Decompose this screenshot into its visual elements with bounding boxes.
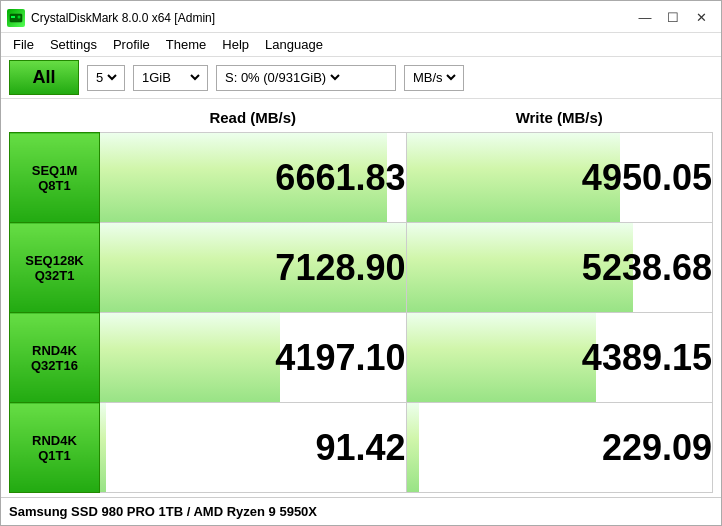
benchmark-table: Read (MB/s) Write (MB/s) SEQ1MQ8T16661.8… [9,103,713,493]
read-number: 4197.10 [275,337,405,378]
label-line2: Q32T1 [35,268,75,283]
menu-language[interactable]: Language [257,35,331,54]
size-dropdown[interactable]: 1GiB 512MiB 2GiB [138,69,203,86]
status-bar: Samsung SSD 980 PRO 1TB / AMD Ryzen 9 59… [1,497,721,525]
header-write: Write (MB/s) [406,103,713,133]
read-value: 4197.10 [100,313,407,403]
window-title: CrystalDiskMark 8.0.0 x64 [Admin] [31,11,215,25]
row-label: RND4KQ32T16 [10,313,100,403]
menu-file[interactable]: File [5,35,42,54]
all-button[interactable]: All [9,60,79,95]
write-value: 5238.68 [406,223,713,313]
row-label: SEQ128KQ32T1 [10,223,100,313]
close-button[interactable]: ✕ [689,8,713,28]
read-number: 6661.83 [275,157,405,198]
label-line1: RND4K [32,343,77,358]
size-select[interactable]: 1GiB 512MiB 2GiB [133,65,208,91]
write-number: 229.09 [602,427,712,468]
minimize-button[interactable]: — [633,8,657,28]
write-value: 229.09 [406,403,713,493]
label-line1: RND4K [32,433,77,448]
read-value: 6661.83 [100,133,407,223]
drive-dropdown[interactable]: S: 0% (0/931GiB) [221,69,343,86]
label-line2: Q8T1 [38,178,71,193]
read-number: 91.42 [315,427,405,468]
header-label [10,103,100,133]
toolbar: All 5 1 3 1GiB 512MiB 2GiB S: 0% (0/931G… [1,57,721,99]
read-number: 7128.90 [275,247,405,288]
header-read: Read (MB/s) [100,103,407,133]
table-row: SEQ1MQ8T16661.834950.05 [10,133,713,223]
title-bar: CrystalDiskMark 8.0.0 x64 [Admin] — ☐ ✕ [1,1,721,33]
write-number: 5238.68 [582,247,712,288]
read-value: 91.42 [100,403,407,493]
write-number: 4389.15 [582,337,712,378]
table-header: Read (MB/s) Write (MB/s) [10,103,713,133]
title-left: CrystalDiskMark 8.0.0 x64 [Admin] [7,9,215,27]
count-dropdown[interactable]: 5 1 3 [92,69,120,86]
row-label: RND4KQ1T1 [10,403,100,493]
table-row: RND4KQ1T191.42229.09 [10,403,713,493]
app-icon [7,9,25,27]
read-value: 7128.90 [100,223,407,313]
svg-point-2 [18,15,21,18]
maximize-button[interactable]: ☐ [661,8,685,28]
svg-rect-1 [11,16,15,18]
label-line2: Q32T16 [31,358,78,373]
unit-dropdown[interactable]: MB/s GB/s [409,69,459,86]
unit-select[interactable]: MB/s GB/s [404,65,464,91]
menu-help[interactable]: Help [214,35,257,54]
menu-profile[interactable]: Profile [105,35,158,54]
label-line2: Q1T1 [38,448,71,463]
main-content: Read (MB/s) Write (MB/s) SEQ1MQ8T16661.8… [1,99,721,497]
menu-theme[interactable]: Theme [158,35,214,54]
label-line1: SEQ128K [25,253,84,268]
drive-select[interactable]: S: 0% (0/931GiB) [216,65,396,91]
table-row: SEQ128KQ32T17128.905238.68 [10,223,713,313]
table-row: RND4KQ32T164197.104389.15 [10,313,713,403]
status-text: Samsung SSD 980 PRO 1TB / AMD Ryzen 9 59… [9,504,317,519]
title-controls: — ☐ ✕ [633,8,713,28]
write-value: 4389.15 [406,313,713,403]
main-window: CrystalDiskMark 8.0.0 x64 [Admin] — ☐ ✕ … [0,0,722,526]
label-line1: SEQ1M [32,163,78,178]
menu-bar: File Settings Profile Theme Help Languag… [1,33,721,57]
count-select[interactable]: 5 1 3 [87,65,125,91]
menu-settings[interactable]: Settings [42,35,105,54]
write-number: 4950.05 [582,157,712,198]
row-label: SEQ1MQ8T1 [10,133,100,223]
write-value: 4950.05 [406,133,713,223]
